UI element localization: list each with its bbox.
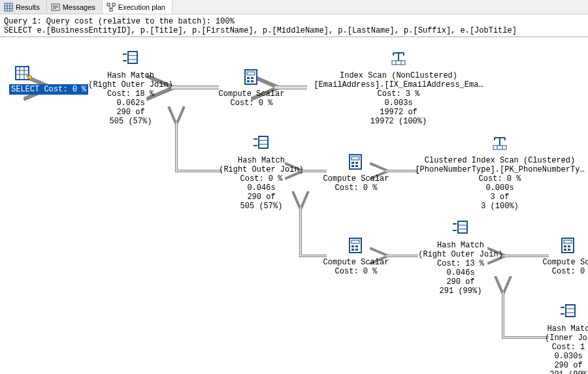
svg-rect-58 <box>351 245 354 247</box>
svg-rect-60 <box>351 249 354 251</box>
svg-rect-27 <box>247 77 250 79</box>
svg-rect-57 <box>351 240 359 243</box>
messages-icon <box>51 3 60 12</box>
svg-rect-72 <box>568 249 570 251</box>
hash-match-node-3[interactable]: Hash Match (Right Outer Join) Cost: 13 %… <box>415 220 506 296</box>
svg-rect-38 <box>259 136 268 148</box>
svg-rect-61 <box>355 249 358 251</box>
svg-rect-48 <box>355 165 358 167</box>
svg-rect-9 <box>107 3 110 6</box>
tab-strip: Results Messages Execution plan <box>0 0 588 14</box>
compute-scalar-icon <box>539 237 588 257</box>
compute-scalar-icon <box>242 69 261 88</box>
hash-match-node-2[interactable]: Hash Match (Right Outer Join) Cost: 0 % … <box>216 135 307 211</box>
index-scan-icon <box>389 50 408 70</box>
select-label: SELECT Cost: 0 % <box>9 84 88 95</box>
execution-plan-canvas[interactable]: SELECT Cost: 0 % Hash Match (Right Outer… <box>0 37 588 374</box>
index-scan-icon <box>491 135 509 155</box>
svg-rect-20 <box>128 52 137 63</box>
svg-rect-0 <box>5 3 12 11</box>
svg-rect-45 <box>351 162 354 164</box>
svg-line-12 <box>108 6 111 8</box>
tab-messages[interactable]: Messages <box>47 0 103 14</box>
svg-rect-47 <box>351 165 354 167</box>
svg-line-13 <box>111 6 114 8</box>
svg-rect-70 <box>568 245 570 247</box>
svg-rect-26 <box>247 72 255 75</box>
tab-results[interactable]: Results <box>0 0 47 14</box>
query-sql-line: SELECT e.[BusinessEntityID], p.[Title], … <box>4 26 584 35</box>
svg-rect-53 <box>493 146 506 149</box>
svg-rect-71 <box>564 249 566 251</box>
select-result-icon <box>14 76 33 85</box>
tab-label: Execution plan <box>118 3 165 11</box>
svg-rect-14 <box>16 67 29 80</box>
svg-rect-62 <box>458 221 467 233</box>
hash-match-node-4[interactable]: Hash Matc (Inner Joi Cost: 1 0.030s 290 … <box>542 304 588 374</box>
svg-rect-73 <box>566 305 575 317</box>
query-cost-line: Query 1: Query cost (relative to the bat… <box>4 17 584 26</box>
hash-match-icon <box>451 220 470 240</box>
hash-match-icon <box>559 304 578 323</box>
hash-match-node-1[interactable]: Hash Match (Right Outer Join) Cost: 18 %… <box>85 50 176 126</box>
plan-icon <box>106 3 116 12</box>
clustered-index-scan-node[interactable]: Clustered Index Scan (Clustered) [PhoneN… <box>412 135 588 211</box>
compute-scalar-icon <box>347 153 365 173</box>
svg-rect-29 <box>247 80 250 82</box>
tab-label: Messages <box>63 3 95 11</box>
select-node[interactable] <box>14 65 33 85</box>
svg-rect-59 <box>355 245 358 247</box>
index-scan-node-1[interactable]: Index Scan (NonClustered) [EmailAddress]… <box>307 50 490 126</box>
svg-rect-10 <box>112 3 115 6</box>
tab-execution-plan[interactable]: Execution plan <box>103 0 172 14</box>
svg-rect-44 <box>351 157 359 160</box>
svg-rect-68 <box>564 240 572 243</box>
svg-rect-35 <box>392 61 405 65</box>
compute-scalar-node-2[interactable]: Compute Scalar Cost: 0 % <box>320 153 392 193</box>
svg-rect-30 <box>251 80 253 82</box>
tab-label: Results <box>16 3 40 11</box>
svg-rect-46 <box>355 162 358 164</box>
compute-scalar-icon <box>347 237 365 257</box>
query-header: Query 1: Query cost (relative to the bat… <box>0 14 588 37</box>
compute-scalar-node-1[interactable]: Compute Scalar Cost: 0 % <box>216 69 287 108</box>
svg-rect-28 <box>251 77 253 79</box>
compute-scalar-node-4[interactable]: Compute Sca Cost: 0 <box>539 237 588 276</box>
svg-rect-11 <box>110 8 112 11</box>
compute-scalar-node-3[interactable]: Compute Scalar Cost: 0 % <box>320 237 392 276</box>
hash-match-icon <box>252 135 270 155</box>
grid-icon <box>4 3 13 12</box>
svg-rect-69 <box>564 245 566 247</box>
hash-match-icon <box>122 50 140 70</box>
